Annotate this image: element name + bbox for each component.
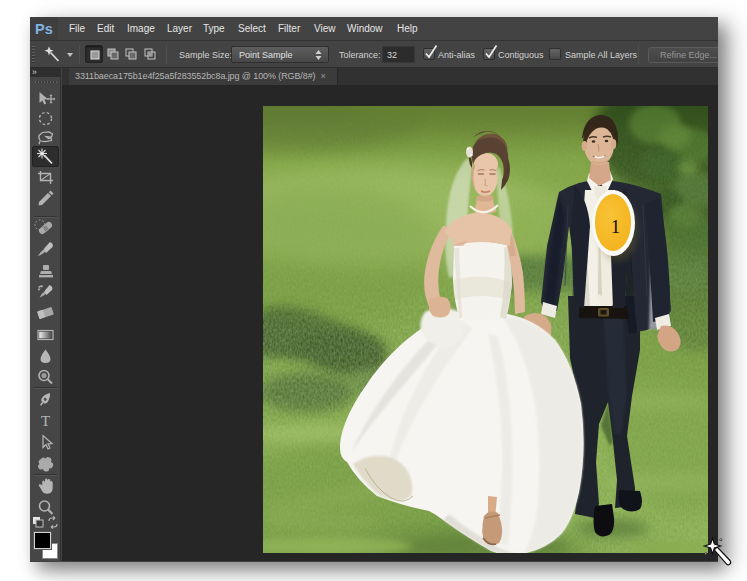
svg-text:1: 1 xyxy=(611,216,621,237)
svg-text:T: T xyxy=(41,413,50,429)
